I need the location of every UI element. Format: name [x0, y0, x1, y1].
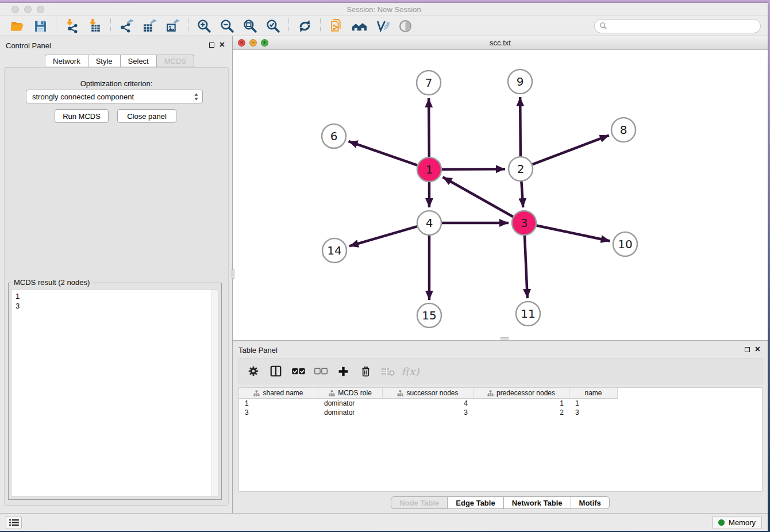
search-input[interactable]: [610, 22, 756, 30]
clone-network-button[interactable]: [327, 17, 345, 34]
graph-edge-2-8[interactable]: [533, 136, 609, 165]
main-toolbar: [0, 16, 768, 36]
zoom-fit-button[interactable]: [241, 17, 259, 34]
result-scrollbar[interactable]: [211, 290, 218, 496]
table-cell[interactable]: 1: [569, 399, 618, 407]
tab-motifs[interactable]: Motifs: [571, 496, 610, 509]
tab-style[interactable]: Style: [88, 55, 121, 67]
network-maximize-button[interactable]: +: [261, 39, 268, 47]
network-window-titlebar[interactable]: × − + scc.txt: [233, 36, 768, 50]
show-hide-graphics-button[interactable]: [396, 17, 414, 34]
graph-node-1[interactable]: 1: [417, 157, 441, 182]
task-history-button[interactable]: [6, 516, 22, 529]
float-panel-icon[interactable]: [745, 347, 750, 352]
graph-edge-1-2[interactable]: [442, 169, 505, 169]
column-header-predecessor-nodes[interactable]: predecessor nodes: [473, 388, 569, 398]
zoom-selected-button[interactable]: [264, 17, 282, 34]
horizontal-splitter-handle[interactable]: [500, 337, 509, 340]
graph-edge-2-3[interactable]: [521, 182, 523, 207]
graph-edge-3-10[interactable]: [537, 226, 610, 241]
delete-row-button[interactable]: [358, 364, 373, 379]
show-columns-button[interactable]: [268, 364, 283, 379]
graph-node-10[interactable]: 10: [613, 232, 637, 256]
apply-function-button[interactable]: f(x): [403, 364, 418, 379]
unselect-all-columns-button[interactable]: [313, 364, 328, 379]
tab-network[interactable]: Network: [45, 55, 88, 67]
table-cell[interactable]: 1: [473, 399, 569, 407]
vertical-splitter-handle[interactable]: [232, 269, 234, 279]
close-panel-icon[interactable]: ×: [220, 42, 225, 48]
criterion-select[interactable]: strongly connected component: [26, 90, 203, 103]
tab-node-table[interactable]: Node Table: [391, 496, 448, 509]
close-panel-button[interactable]: Close panel: [117, 109, 176, 123]
table-cell[interactable]: 4: [383, 399, 473, 407]
column-header-shared-name[interactable]: shared name: [239, 388, 318, 398]
refresh-layout-button[interactable]: [295, 17, 314, 34]
graph-edge-2-9[interactable]: [520, 97, 521, 156]
main-area: Control Panel × Network Style Select MCD…: [0, 36, 768, 513]
network-close-button[interactable]: ×: [238, 39, 245, 47]
graph-node-8[interactable]: 8: [611, 118, 636, 142]
mcds-result-textarea[interactable]: 1 3: [11, 289, 218, 496]
column-header-MCDS-role[interactable]: MCDS role: [318, 388, 383, 398]
import-network-button[interactable]: [63, 17, 81, 34]
first-neighbors-button[interactable]: [350, 17, 368, 34]
table-cell[interactable]: 3: [383, 408, 473, 417]
table-options-button[interactable]: [246, 364, 261, 379]
vizmapper-preview-button[interactable]: [373, 17, 391, 34]
graph-edge-1-7[interactable]: [429, 98, 429, 157]
network-canvas[interactable]: 7968124314101511: [233, 50, 768, 340]
table-cell[interactable]: 2: [473, 408, 569, 417]
export-table-button[interactable]: [140, 17, 159, 34]
close-panel-icon[interactable]: ×: [755, 346, 760, 352]
graph-edge-3-11[interactable]: [525, 236, 528, 298]
save-session-button[interactable]: [31, 17, 49, 34]
import-table-button[interactable]: [86, 17, 104, 34]
table-cell[interactable]: dominator: [318, 408, 383, 417]
graph-node-4[interactable]: 4: [417, 211, 441, 235]
graph-node-7[interactable]: 7: [417, 71, 441, 95]
close-traffic-light[interactable]: [11, 6, 19, 13]
open-session-button[interactable]: [8, 17, 26, 34]
graph-edge-4-14[interactable]: [349, 226, 417, 246]
graph-edge-1-6[interactable]: [348, 141, 417, 165]
float-panel-icon[interactable]: [209, 43, 214, 48]
graph-node-9[interactable]: 9: [508, 70, 532, 94]
svg-text:3: 3: [521, 216, 528, 230]
tab-edge-table[interactable]: Edge Table: [448, 496, 503, 509]
column-header-label: MCDS role: [338, 389, 372, 397]
search-box[interactable]: [594, 19, 761, 33]
minimize-traffic-light[interactable]: [24, 6, 32, 13]
table-row[interactable]: 1dominator411: [239, 399, 762, 408]
network-minimize-button[interactable]: −: [249, 39, 257, 47]
add-row-button[interactable]: [336, 364, 351, 379]
column-header-successor-nodes[interactable]: successor nodes: [383, 388, 473, 398]
graph-node-14[interactable]: 14: [322, 238, 346, 263]
zoom-in-button[interactable]: [195, 17, 213, 34]
select-all-columns-button[interactable]: [291, 364, 306, 379]
graph-node-15[interactable]: 15: [417, 303, 441, 327]
table-cell[interactable]: 1: [239, 399, 318, 407]
graph-node-3[interactable]: 3: [512, 211, 536, 235]
delete-table-button[interactable]: [380, 364, 395, 379]
graph-node-2[interactable]: 2: [509, 157, 533, 181]
tab-select[interactable]: Select: [121, 55, 157, 67]
graph-edge-3-1[interactable]: [443, 177, 513, 217]
graph-node-11[interactable]: 11: [516, 302, 540, 326]
export-network-button[interactable]: [117, 17, 136, 34]
table-cell[interactable]: dominator: [318, 399, 383, 407]
table-cell[interactable]: 3: [239, 408, 318, 417]
run-mcds-button[interactable]: Run MCDS: [55, 109, 109, 123]
table-row[interactable]: 3dominator323: [239, 408, 762, 417]
zoom-traffic-light[interactable]: [37, 6, 44, 13]
zoom-out-button[interactable]: [218, 17, 236, 34]
memory-button[interactable]: Memory: [712, 516, 762, 529]
hierarchy-icon: [329, 390, 335, 396]
graph-node-6[interactable]: 6: [322, 124, 346, 148]
tab-network-table[interactable]: Network Table: [504, 496, 571, 509]
column-header-name[interactable]: name: [569, 388, 618, 398]
export-image-button[interactable]: [163, 17, 182, 34]
tab-mcds[interactable]: MCDS: [157, 55, 194, 67]
status-bar: Memory: [0, 513, 768, 531]
table-cell[interactable]: 3: [569, 408, 618, 417]
